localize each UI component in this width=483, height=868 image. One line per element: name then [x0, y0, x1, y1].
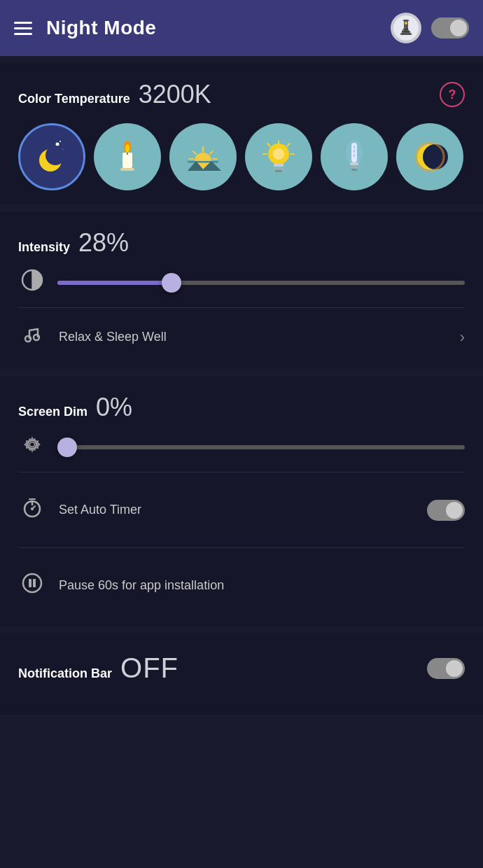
svg-point-42 [346, 140, 363, 165]
svg-text:AD: AD [402, 28, 409, 33]
music-note-svg [21, 323, 43, 346]
screen-dim-label: Screen Dim [18, 405, 88, 419]
pause-label: Pause 60s for app installation [59, 578, 224, 593]
svg-line-32 [287, 144, 290, 146]
svg-rect-59 [29, 579, 31, 587]
half-circle-icon [18, 269, 46, 296]
bulb-warm-svg [258, 136, 300, 178]
color-temp-label: Color Temperature [18, 92, 130, 106]
intensity-slider[interactable] [57, 281, 465, 285]
svg-point-4 [405, 22, 407, 24]
moon-svg [31, 136, 73, 178]
svg-line-31 [267, 144, 270, 146]
relax-label: Relax & Sleep Well [59, 330, 447, 344]
main-toggle[interactable] [431, 18, 469, 38]
notif-bar-toggle[interactable] [427, 658, 465, 679]
screen-dim-slider-row [18, 433, 465, 461]
svg-rect-17 [188, 161, 218, 163]
music-icon [18, 323, 46, 351]
notification-bar-section: Notification Bar OFF [0, 633, 483, 715]
chevron-right-icon: › [460, 328, 465, 346]
temp-icon-sunrise[interactable] [169, 123, 237, 190]
pause-icon [18, 572, 46, 599]
timer-svg [21, 496, 43, 519]
auto-timer-row: Set Auto Timer [18, 484, 465, 536]
color-temp-title-group: Color Temperature 3200K [18, 80, 211, 109]
svg-point-12 [125, 144, 130, 153]
svg-point-58 [23, 574, 41, 592]
header-actions: AD [391, 13, 469, 43]
lighthouse-icon: AD [396, 18, 416, 38]
svg-point-10 [46, 146, 65, 165]
gear-icon [18, 433, 46, 461]
eclipse-svg [409, 136, 451, 178]
pause-svg [21, 572, 43, 594]
color-temp-header: Color Temperature 3200K ? [18, 80, 465, 109]
svg-rect-27 [274, 164, 284, 167]
menu-button[interactable] [14, 22, 32, 35]
divider-2 [18, 472, 465, 472]
screen-dim-thumb[interactable] [57, 438, 77, 457]
screen-dim-track [57, 445, 465, 449]
svg-rect-15 [120, 168, 134, 171]
svg-rect-40 [350, 166, 358, 168]
svg-rect-28 [274, 167, 284, 169]
notif-bar-header: Notification Bar OFF [18, 652, 465, 684]
gear-svg [21, 433, 43, 456]
auto-timer-left: Set Auto Timer [18, 496, 141, 524]
svg-point-6 [56, 143, 59, 146]
svg-rect-13 [122, 153, 132, 168]
auto-timer-thumb [446, 502, 463, 519]
timer-icon [18, 496, 46, 524]
svg-marker-1 [402, 20, 410, 21]
svg-point-8 [59, 141, 61, 142]
auto-timer-label: Set Auto Timer [59, 503, 141, 517]
page-title: Night Mode [46, 17, 391, 39]
help-button[interactable]: ? [440, 82, 465, 107]
ad-label: AD [393, 15, 419, 41]
screen-dim-title-group: Screen Dim 0% [18, 393, 465, 422]
divider-1 [18, 307, 465, 308]
half-circle-svg [21, 269, 43, 291]
temp-icon-moon[interactable] [18, 123, 85, 190]
app-header: Night Mode AD [0, 0, 483, 56]
svg-point-57 [31, 507, 34, 510]
notif-bar-title-group: Notification Bar OFF [18, 652, 178, 684]
relax-menu-row[interactable]: Relax & Sleep Well › [18, 319, 465, 355]
color-temp-section: Color Temperature 3200K ? [0, 63, 483, 204]
intensity-section: Intensity 28% [0, 211, 483, 369]
intensity-thumb[interactable] [162, 273, 181, 293]
intensity-value: 28% [78, 228, 129, 258]
temp-icon-candle[interactable] [94, 123, 161, 190]
svg-line-19 [193, 151, 196, 154]
svg-line-20 [210, 151, 213, 154]
svg-point-26 [273, 148, 284, 160]
svg-rect-60 [33, 579, 36, 587]
pause-row: Pause 60s for app installation [18, 559, 465, 612]
toggle-thumb [450, 20, 467, 36]
notif-bar-value: OFF [120, 652, 178, 684]
sunrise-svg [182, 136, 224, 178]
intensity-fill [57, 281, 172, 285]
temp-icon-bulb-cool[interactable] [321, 123, 388, 190]
auto-timer-toggle[interactable] [427, 500, 465, 521]
svg-rect-41 [351, 169, 357, 171]
svg-point-49 [34, 335, 39, 340]
svg-rect-3 [400, 33, 412, 35]
candle-svg [106, 136, 148, 178]
svg-rect-29 [275, 170, 282, 172]
screen-dim-value: 0% [96, 393, 132, 422]
notif-bar-thumb [446, 660, 463, 677]
temp-icon-eclipse[interactable] [396, 123, 463, 190]
intensity-label: Intensity [18, 240, 70, 255]
divider-3 [18, 547, 465, 548]
temp-icon-bulb-warm[interactable] [245, 123, 312, 190]
temp-icon-row [18, 123, 465, 190]
pause-left: Pause 60s for app installation [18, 572, 224, 599]
screen-dim-slider[interactable] [57, 445, 465, 449]
screen-dim-section: Screen Dim 0% [0, 376, 483, 626]
intensity-slider-row [18, 269, 465, 296]
ad-badge[interactable]: AD [391, 13, 421, 43]
notif-bar-label: Notification Bar [18, 666, 112, 681]
color-temp-value: 3200K [139, 80, 211, 109]
